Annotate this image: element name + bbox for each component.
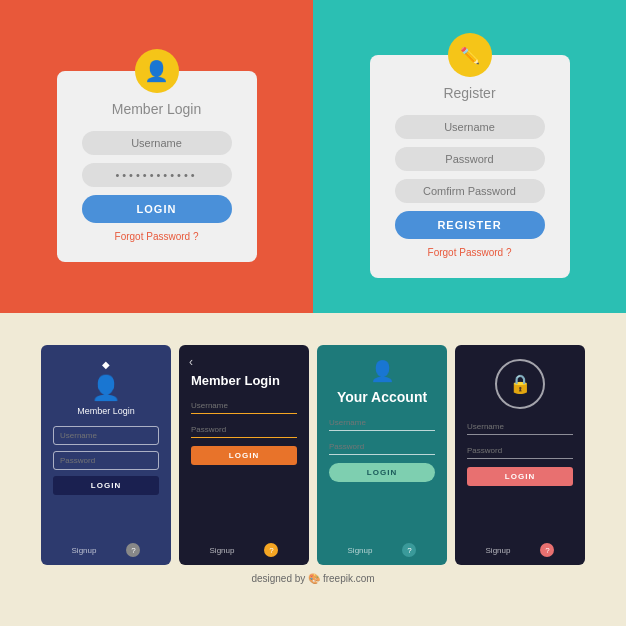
mobile-cards-container: ◆ 👤 Member Login LOGIN Signup ? ‹ Member… [31, 335, 595, 565]
register-card: ✏️ Register REGISTER Forgot Password ? [370, 55, 570, 278]
user-icon-3: 👤 [370, 359, 395, 383]
mc4-signup[interactable]: Signup [486, 546, 511, 555]
register-forgot-link[interactable]: Forgot Password ? [395, 247, 545, 258]
mc4-password[interactable] [467, 443, 573, 459]
login-button[interactable]: LOGIN [82, 195, 232, 223]
back-arrow-icon[interactable]: ‹ [189, 355, 193, 369]
mobile-card-1-title: Member Login [77, 406, 135, 416]
freepik-credit: designed by 🎨 freepik.com [251, 573, 374, 584]
lock-circle-icon: 🔒 [495, 359, 545, 409]
login-password-input[interactable] [82, 163, 232, 187]
diamond-icon-1: ◆ [102, 359, 110, 370]
register-confirm-input[interactable] [395, 179, 545, 203]
mc3-signup[interactable]: Signup [348, 546, 373, 555]
login-username-input[interactable] [82, 131, 232, 155]
mc2-bottom: Signup ? [179, 543, 309, 557]
mc2-username[interactable] [191, 398, 297, 414]
member-login-card: 👤 Member Login LOGIN Forgot Password ? [57, 71, 257, 262]
member-login-bg: 👤 Member Login LOGIN Forgot Password ? [0, 0, 313, 313]
mc3-password[interactable] [329, 439, 435, 455]
forgot-password-link[interactable]: Forgot Password ? [82, 231, 232, 242]
mobile-card-2-title: Member Login [191, 373, 297, 388]
mobile-card-1: ◆ 👤 Member Login LOGIN Signup ? [41, 345, 171, 565]
register-avatar: ✏️ [448, 33, 492, 77]
user-icon-1: 👤 [91, 374, 121, 402]
mc3-bottom: Signup ? [317, 543, 447, 557]
mc1-badge: ? [126, 543, 140, 557]
mc2-badge: ? [264, 543, 278, 557]
mc4-login-btn[interactable]: LOGIN [467, 467, 573, 486]
pencil-icon: ✏️ [460, 46, 480, 65]
mc3-badge: ? [402, 543, 416, 557]
login-card-title: Member Login [82, 101, 232, 117]
mc4-bottom: Signup ? [455, 543, 585, 557]
register-password-input[interactable] [395, 147, 545, 171]
mc2-password[interactable] [191, 422, 297, 438]
mc1-login-btn[interactable]: LOGIN [53, 476, 159, 495]
mc2-login-btn[interactable]: LOGIN [191, 446, 297, 465]
register-card-title: Register [395, 85, 545, 101]
mc4-badge: ? [540, 543, 554, 557]
lock-icon: 🔒 [509, 373, 531, 395]
mc3-username[interactable] [329, 415, 435, 431]
mc2-signup[interactable]: Signup [210, 546, 235, 555]
top-section: 👤 Member Login LOGIN Forgot Password ? ✏… [0, 0, 626, 313]
register-button[interactable]: REGISTER [395, 211, 545, 239]
mobile-card-3-title: Your Account [329, 389, 435, 405]
mc1-signup[interactable]: Signup [72, 546, 97, 555]
register-username-input[interactable] [395, 115, 545, 139]
mobile-card-2: ‹ Member Login LOGIN Signup ? [179, 345, 309, 565]
person-icon: 👤 [144, 59, 169, 83]
register-bg: ✏️ Register REGISTER Forgot Password ? [313, 0, 626, 313]
mc4-username[interactable] [467, 419, 573, 435]
mobile-card-3: 👤 Your Account LOGIN Signup ? [317, 345, 447, 565]
mc1-username[interactable] [53, 426, 159, 445]
bottom-section: ◆ 👤 Member Login LOGIN Signup ? ‹ Member… [0, 313, 626, 626]
mc1-bottom: Signup ? [41, 543, 171, 557]
login-avatar: 👤 [135, 49, 179, 93]
mc3-login-btn[interactable]: LOGIN [329, 463, 435, 482]
mobile-card-4: 🔒 LOGIN Signup ? [455, 345, 585, 565]
mc1-password[interactable] [53, 451, 159, 470]
